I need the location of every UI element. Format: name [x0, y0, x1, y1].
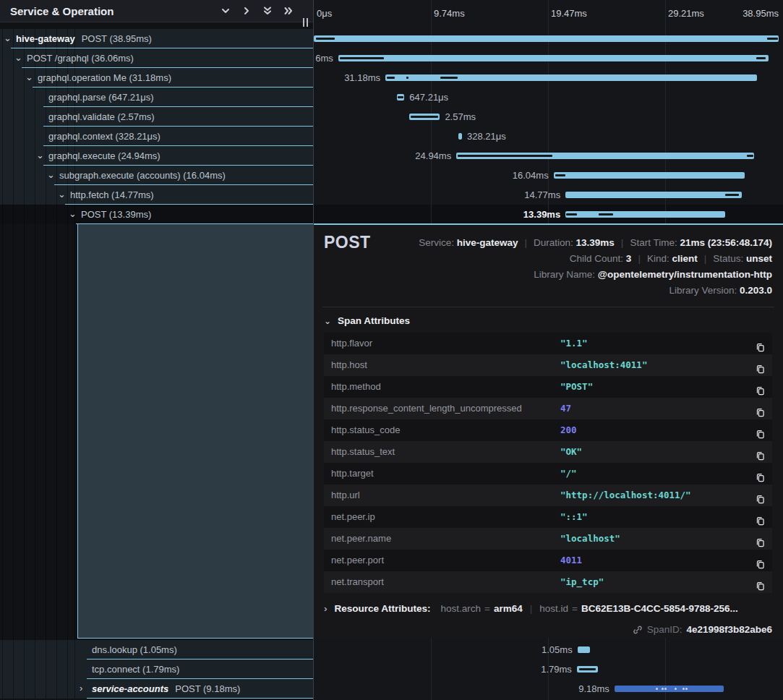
span-bar[interactable] — [338, 55, 769, 61]
copy-icon[interactable] — [755, 447, 765, 458]
meta-value: @opentelemetry/instrumentation-http — [598, 269, 772, 280]
tree-row[interactable] — [0, 205, 313, 224]
span-bar[interactable] — [397, 94, 405, 101]
attribute-value: 47 — [560, 398, 571, 419]
ruler-tick-label: 38.95ms — [743, 8, 779, 19]
attribute-value: "localhost" — [560, 528, 620, 550]
child-span-mark — [406, 77, 409, 79]
attribute-value: "localhost:4011" — [560, 354, 647, 376]
meta-separator: | — [525, 237, 528, 248]
attribute-key: net.peer.name — [331, 528, 391, 550]
copy-icon[interactable] — [755, 555, 765, 566]
resource-key: host.id — [539, 603, 568, 614]
meta-separator: | — [621, 237, 624, 248]
chevron-down-icon[interactable]: ⌄ — [14, 48, 22, 68]
meta-value: 0.203.0 — [740, 285, 772, 296]
chevron-right-icon: › — [324, 603, 328, 614]
detail-meta-line: Service: hive-gateway|Duration: 13.39ms|… — [419, 235, 772, 251]
span-name-label: POST /graphql (36.06ms) — [27, 48, 134, 68]
attribute-key: http.host — [331, 354, 367, 376]
copy-icon[interactable] — [755, 512, 765, 523]
copy-icon[interactable] — [755, 534, 765, 545]
child-span-dot — [664, 688, 667, 690]
attribute-row: http.status_code200 — [324, 419, 772, 441]
attribute-value: "::1" — [560, 506, 588, 528]
span-name-label: service-accountsPOST (9.18ms) — [92, 679, 240, 699]
span-bar[interactable] — [458, 133, 462, 140]
child-span-dot — [656, 688, 658, 690]
chevron-down-icon[interactable]: ⌄ — [36, 146, 44, 166]
resource-attributes-title: Resource Attributes: — [335, 603, 431, 614]
span-duration-label: 14.77ms — [524, 185, 560, 205]
attribute-value: "POST" — [560, 376, 593, 398]
resource-attributes-row[interactable]: ›Resource Attributes:host.arch=arm64|hos… — [324, 603, 738, 614]
child-span-mark — [725, 194, 739, 196]
child-span-dot — [683, 688, 685, 690]
chevron-down-icon[interactable]: ⌄ — [58, 185, 66, 205]
span-duration-label: 9.18ms — [578, 679, 609, 699]
chevron-down-icon[interactable]: ⌄ — [25, 68, 33, 88]
meta-label: Child Count: — [570, 253, 626, 264]
span-attributes-table: http.flavor"1.1" http.host"localhost:401… — [324, 333, 772, 593]
chevron-down-icon[interactable]: ⌄ — [69, 205, 77, 224]
span-detail-meta: Service: hive-gateway|Duration: 13.39ms|… — [419, 235, 772, 299]
panel-divider-line[interactable] — [313, 0, 314, 700]
span-bar[interactable] — [409, 114, 440, 120]
span-bar[interactable] — [456, 153, 754, 159]
panel-resize-handle[interactable] — [303, 18, 309, 27]
attribute-value: "1.1" — [560, 333, 588, 354]
attribute-key: http.response_content_length_uncompresse… — [331, 398, 522, 419]
expand-all-button[interactable] — [283, 5, 294, 17]
equals-sign: = — [484, 603, 490, 614]
ruler-tick-label: 9.74ms — [434, 8, 465, 19]
attribute-value: 200 — [560, 419, 577, 441]
link-icon[interactable] — [633, 625, 643, 635]
copy-icon[interactable] — [755, 382, 765, 393]
tree-row[interactable] — [0, 185, 313, 205]
copy-icon[interactable] — [755, 360, 765, 371]
attribute-key: net.peer.port — [331, 550, 384, 571]
span-bar[interactable] — [314, 35, 779, 42]
expand-one-button[interactable] — [241, 5, 252, 17]
copy-icon[interactable] — [755, 577, 765, 588]
child-span-mark — [316, 38, 335, 40]
attribute-value: 4011 — [560, 550, 582, 571]
span-bar[interactable] — [554, 172, 745, 179]
chevron-down-icon[interactable]: ⌄ — [4, 29, 12, 48]
span-bar[interactable] — [565, 211, 725, 218]
tree-row[interactable] — [0, 107, 313, 127]
attribute-row: net.peer.name"localhost" — [324, 528, 772, 550]
collapse-all-button[interactable] — [262, 5, 273, 17]
attribute-value: "OK" — [560, 441, 582, 463]
copy-icon[interactable] — [755, 404, 765, 414]
copy-icon[interactable] — [755, 338, 765, 349]
span-duration-label: 2.57ms — [445, 107, 476, 127]
indent-guide-line — [13, 29, 14, 699]
child-span-mark — [599, 213, 613, 215]
copy-icon[interactable] — [755, 490, 765, 501]
meta-value: 13.39ms — [576, 237, 615, 248]
span-attributes-header[interactable]: ⌄Span Attributes — [324, 315, 410, 326]
span-bar[interactable] — [577, 666, 599, 673]
chevron-down-icon[interactable]: ⌄ — [47, 166, 55, 185]
chevron-right-icon[interactable]: › — [80, 679, 82, 699]
span-bar[interactable] — [385, 74, 757, 81]
double-chevron-down-icon — [262, 5, 273, 17]
collapse-one-button[interactable] — [220, 5, 231, 17]
span-name-label: graphql.operation Me (31.18ms) — [38, 68, 171, 88]
copy-icon[interactable] — [755, 425, 765, 436]
attribute-row: http.method"POST" — [324, 376, 772, 398]
span-bar[interactable] — [578, 646, 590, 653]
tree-row[interactable] — [0, 88, 313, 107]
attribute-row: http.target"/" — [324, 463, 772, 485]
span-name-label: graphql.context (328.21μs) — [48, 127, 161, 146]
attribute-value: "ip_tcp" — [560, 571, 604, 593]
meta-label: Start Time: — [630, 237, 680, 248]
span-bar[interactable] — [615, 686, 724, 692]
copy-icon[interactable] — [755, 469, 765, 479]
span-bar[interactable] — [565, 192, 742, 198]
attribute-row: http.flavor"1.1" — [324, 333, 772, 354]
span-id-row: SpanID: 4e21998f3b82abe6 — [633, 624, 772, 635]
indent-guide-line — [46, 29, 46, 699]
span-id-value: 4e21998f3b82abe6 — [686, 624, 772, 635]
